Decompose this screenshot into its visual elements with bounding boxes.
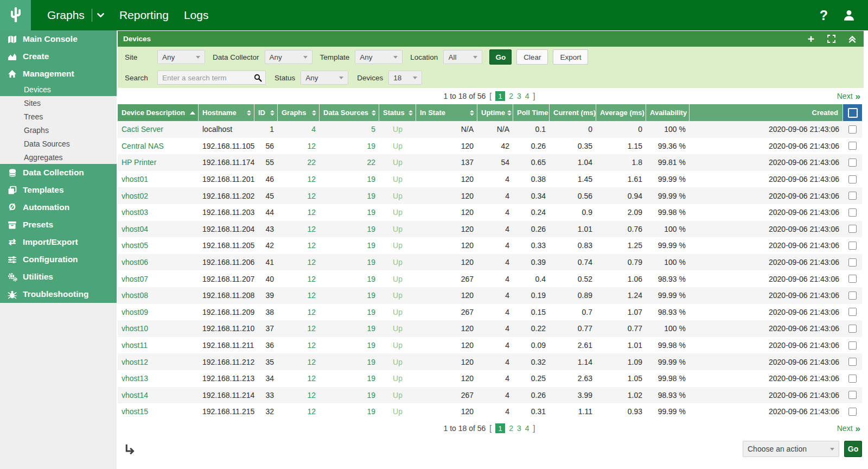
export-button[interactable]: Export: [553, 49, 588, 65]
device-link[interactable]: vhost09: [118, 308, 199, 316]
device-link[interactable]: vhost03: [118, 208, 199, 217]
sidebar-item-graphs[interactable]: Graphs: [0, 123, 117, 137]
sidebar-item-sites[interactable]: Sites: [0, 96, 117, 110]
sidebar-item-data-sources[interactable]: Data Sources: [0, 137, 117, 150]
sidebar-item-troubleshooting[interactable]: Troubleshooting: [0, 286, 117, 303]
go-button[interactable]: Go: [489, 49, 512, 65]
row-checkbox[interactable]: [848, 225, 857, 233]
clear-button[interactable]: Clear: [516, 49, 548, 65]
page-link-2[interactable]: 2: [509, 92, 513, 100]
page-link-3[interactable]: 3: [517, 92, 521, 100]
column-header-in-state[interactable]: In State: [416, 104, 477, 121]
search-icon[interactable]: [254, 74, 262, 82]
action-go-button[interactable]: Go: [844, 441, 862, 457]
column-header-status[interactable]: Status: [379, 104, 416, 121]
column-header-uptime[interactable]: Uptime: [477, 104, 513, 121]
sort-icon[interactable]: [507, 110, 512, 116]
column-header-data-sources[interactable]: Data Sources: [320, 104, 379, 121]
row-checkbox[interactable]: [848, 358, 857, 366]
device-link[interactable]: vhost01: [118, 175, 199, 183]
sort-icon[interactable]: [247, 110, 251, 116]
location-filter-select[interactable]: All: [443, 50, 482, 64]
page-link-4[interactable]: 4: [525, 92, 529, 100]
devices-per-page-select[interactable]: 18: [388, 71, 422, 85]
action-select[interactable]: Choose an action: [743, 441, 839, 457]
device-link[interactable]: vhost07: [118, 275, 199, 283]
sort-icon[interactable]: [372, 110, 376, 116]
row-checkbox[interactable]: [848, 125, 857, 134]
sidebar-item-data-collection[interactable]: Data Collection: [0, 164, 117, 181]
sidebar-item-automation[interactable]: ØAutomation: [0, 199, 117, 216]
next-page-link[interactable]: Next»: [837, 92, 860, 101]
row-checkbox[interactable]: [848, 308, 857, 316]
row-checkbox[interactable]: [848, 175, 857, 183]
sidebar-item-templates[interactable]: Templates: [0, 181, 117, 199]
fullscreen-icon[interactable]: [827, 35, 835, 43]
sidebar-item-aggregates[interactable]: Aggregates: [0, 150, 117, 164]
sidebar-item-main-console[interactable]: Main Console: [0, 30, 117, 48]
column-header-graphs[interactable]: Graphs: [278, 104, 320, 121]
sort-icon[interactable]: [409, 110, 413, 116]
sidebar-item-presets[interactable]: Presets: [0, 216, 117, 233]
device-link[interactable]: vhost10: [118, 324, 199, 333]
device-link[interactable]: vhost06: [118, 258, 199, 267]
row-checkbox[interactable]: [848, 242, 857, 250]
sidebar-item-create[interactable]: Create: [0, 48, 117, 65]
row-checkbox[interactable]: [848, 391, 857, 399]
row-checkbox[interactable]: [848, 258, 857, 267]
device-link[interactable]: vhost14: [118, 391, 199, 400]
column-header-current-ms[interactable]: Current (ms): [550, 104, 596, 121]
column-header-device-description[interactable]: Device Description: [118, 104, 199, 121]
sort-icon[interactable]: [470, 110, 474, 116]
data-collector-filter-select[interactable]: Any: [265, 50, 312, 64]
sort-ascending-icon[interactable]: [190, 111, 195, 115]
site-filter-select[interactable]: Any: [157, 50, 205, 64]
sidebar-item-devices[interactable]: Devices: [0, 83, 117, 96]
search-input[interactable]: [157, 71, 266, 85]
sidebar-item-import-export[interactable]: ⇄Import/Export: [0, 233, 117, 251]
help-icon[interactable]: ?: [820, 9, 828, 22]
add-device-icon[interactable]: +: [808, 33, 814, 45]
sort-icon[interactable]: [270, 110, 275, 116]
page-link-3[interactable]: 3: [517, 424, 521, 433]
row-checkbox[interactable]: [848, 208, 857, 217]
device-link[interactable]: vhost15: [118, 407, 199, 416]
sort-icon[interactable]: [312, 110, 316, 116]
next-page-link[interactable]: Next»: [837, 424, 860, 433]
row-checkbox[interactable]: [848, 291, 857, 300]
column-header-average-ms[interactable]: Average (ms): [596, 104, 646, 121]
device-link[interactable]: vhost13: [118, 374, 199, 383]
sidebar-item-utilities[interactable]: Utilities: [0, 268, 117, 286]
sidebar-item-configuration[interactable]: Configuration: [0, 251, 117, 268]
page-link-2[interactable]: 2: [509, 424, 513, 433]
nav-tab-logs[interactable]: Logs: [184, 9, 209, 22]
row-checkbox[interactable]: [848, 325, 857, 333]
column-header-poll-time[interactable]: Poll Time: [513, 104, 550, 121]
template-filter-select[interactable]: Any: [355, 50, 403, 64]
device-link[interactable]: vhost11: [118, 341, 199, 350]
device-link[interactable]: Cacti Server: [118, 125, 199, 134]
row-checkbox[interactable]: [848, 159, 857, 167]
device-link[interactable]: vhost12: [118, 358, 199, 366]
device-link[interactable]: vhost02: [118, 192, 199, 200]
select-all-checkbox[interactable]: [848, 108, 858, 118]
row-checkbox[interactable]: [848, 341, 857, 350]
row-checkbox[interactable]: [848, 142, 857, 150]
page-link-4[interactable]: 4: [525, 424, 529, 433]
device-link[interactable]: vhost04: [118, 225, 199, 233]
sidebar-item-management[interactable]: Management: [0, 65, 117, 83]
cacti-logo[interactable]: [0, 0, 31, 30]
collapse-panel-icon[interactable]: [848, 35, 856, 43]
device-link[interactable]: HP Printer: [118, 158, 199, 167]
device-link[interactable]: Central NAS: [118, 142, 199, 150]
sidebar-item-trees[interactable]: Trees: [0, 110, 117, 123]
chevron-down-icon[interactable]: [97, 13, 104, 18]
column-header-availability[interactable]: Availability: [646, 104, 690, 121]
row-checkbox[interactable]: [848, 192, 857, 200]
row-checkbox[interactable]: [848, 275, 857, 283]
row-checkbox[interactable]: [848, 408, 857, 416]
row-checkbox[interactable]: [848, 375, 857, 383]
device-link[interactable]: vhost05: [118, 241, 199, 250]
status-filter-select[interactable]: Any: [301, 71, 348, 85]
column-header-hostname[interactable]: Hostname: [199, 104, 254, 121]
